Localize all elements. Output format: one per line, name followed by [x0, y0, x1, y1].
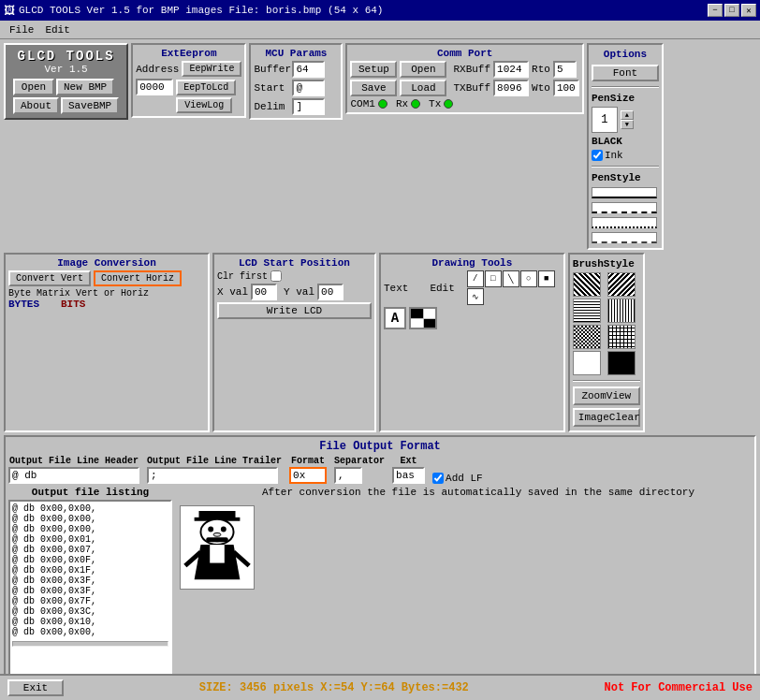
eep-write-button[interactable]: EepWrite — [182, 61, 241, 77]
buffer-input[interactable] — [292, 61, 325, 78]
list-item: @ db 0x00,0x00, — [12, 503, 168, 514]
pen-style-label: PenStyle — [592, 172, 659, 183]
svg-point-4 — [208, 527, 213, 532]
options-panel: Options Font PenSize 1 ▲ ▼ BLACK Ink Pen… — [587, 43, 664, 250]
title-bar: 🖼 GLCD TOOLS Ver 1.5 for BMP images File… — [0, 0, 760, 21]
bits-label: BITS — [61, 299, 85, 310]
start-input[interactable] — [292, 80, 325, 96]
lcd-start-panel: LCD Start Position Clr first X val Y val… — [212, 253, 376, 432]
pen-size-down[interactable]: ▼ — [621, 120, 634, 129]
save-bmp-button[interactable]: SaveBMP — [61, 97, 119, 114]
exit-button[interactable]: Exit — [7, 679, 64, 696]
maximize-button[interactable]: □ — [724, 4, 739, 17]
image-clear-button[interactable]: ImageClear — [573, 408, 640, 427]
glcd-buttons: Open New BMP About SaveBMP — [13, 79, 119, 114]
size-info: SIZE: 3456 pixels X:=54 Y:=64 Bytes:=432 — [199, 681, 469, 694]
draw-rect-icon[interactable]: □ — [485, 270, 502, 287]
save-button[interactable]: Save — [350, 80, 397, 96]
font-button[interactable]: Font — [592, 65, 659, 81]
convert-vert-button[interactable]: Convert Vert — [8, 270, 91, 286]
add-lf-label: Add LF — [446, 473, 483, 484]
list-item: @ db 0x00,0x00, — [12, 514, 168, 524]
draw-fill-icon[interactable]: ■ — [538, 270, 555, 287]
about-button[interactable]: About — [13, 97, 59, 114]
ink-checkbox-row: Ink — [592, 150, 659, 161]
svg-point-6 — [213, 532, 221, 536]
draw-circle-icon[interactable]: ○ — [520, 270, 537, 287]
pen-size-spinner: ▲ ▼ — [621, 110, 634, 129]
new-bmp-button[interactable]: New BMP — [56, 79, 114, 95]
text-label: Text — [384, 283, 408, 294]
draw-line-icon[interactable]: ╲ — [503, 270, 519, 287]
list-item: @ db 0x00,0x0F, — [12, 555, 168, 565]
convert-horiz-button[interactable]: Convert Horiz — [94, 270, 182, 286]
brush-hatch4[interactable] — [607, 299, 636, 323]
glcd-title: GLCD TOOLS — [18, 49, 115, 64]
minimize-button[interactable]: − — [708, 4, 723, 17]
ink-checkbox[interactable] — [592, 150, 603, 161]
ext-input[interactable] — [392, 467, 425, 484]
comm-port-title: Comm Port — [350, 48, 578, 59]
text-tool-display: A — [384, 307, 406, 329]
y-val-input[interactable] — [317, 284, 343, 300]
write-lcd-button[interactable]: Write LCD — [217, 302, 372, 319]
separator-group: Separator — [334, 456, 385, 484]
trailer-label: Output File Line Trailer — [147, 456, 282, 466]
pen-size-up[interactable]: ▲ — [621, 110, 634, 120]
delim-input[interactable] — [292, 98, 325, 115]
draw-curve-icon[interactable]: ∿ — [467, 288, 484, 305]
add-lf-checkbox[interactable] — [432, 473, 444, 484]
brush-diagcross[interactable] — [573, 325, 601, 349]
drawing-tools-panel: Drawing Tools Text Edit / □ ╲ ○ ■ ∿ A — [379, 253, 565, 432]
brush-cross[interactable] — [607, 325, 636, 349]
address-input[interactable] — [136, 79, 173, 95]
setup-button[interactable]: Setup — [350, 61, 397, 78]
separator-input[interactable] — [334, 467, 362, 484]
ext-eeprom-title: ExtEeprom — [136, 48, 241, 59]
list-item: @ db 0x00,0x10, — [12, 617, 168, 627]
format-input[interactable] — [289, 467, 327, 484]
zoom-view-button[interactable]: ZoomView — [573, 386, 640, 405]
pen-style-dashdot[interactable] — [592, 232, 657, 243]
rx-led — [411, 99, 420, 109]
rto-label: Rto — [532, 64, 550, 75]
menu-file[interactable]: File — [4, 23, 39, 36]
draw-pencil-icon[interactable]: / — [467, 270, 484, 287]
txbuff-input[interactable] — [493, 80, 529, 96]
x-val-input[interactable] — [251, 284, 277, 300]
file-output-panel: File Output Format Output File Line Head… — [4, 435, 756, 700]
brush-hatch1[interactable] — [573, 272, 601, 297]
pen-style-solid[interactable] — [592, 187, 657, 198]
address-label: Address — [136, 64, 179, 75]
load-button[interactable]: Load — [400, 80, 446, 96]
lcd-start-title: LCD Start Position — [217, 257, 372, 269]
pen-style-dash[interactable] — [592, 202, 657, 213]
edit-label: Edit — [430, 283, 454, 294]
trailer-input[interactable] — [147, 467, 278, 484]
brush-solid-black[interactable] — [607, 351, 636, 375]
wto-input[interactable] — [553, 80, 579, 96]
pen-style-dot[interactable] — [592, 217, 657, 228]
list-item: @ db 0x00,0x3F, — [12, 576, 168, 586]
comm-open-button[interactable]: Open — [400, 61, 446, 78]
brush-solid-white[interactable] — [573, 351, 601, 375]
list-item: @ db 0x00,0x01, — [12, 534, 168, 545]
brush-hatch3[interactable] — [573, 299, 601, 323]
list-item: @ db 0x00,0x00, — [12, 524, 168, 534]
eep-to-lcd-button[interactable]: EepToLcd — [176, 80, 236, 95]
clr-first-checkbox[interactable] — [270, 270, 282, 282]
svg-rect-8 — [210, 545, 225, 563]
close-button[interactable]: ✕ — [741, 4, 756, 17]
list-item: @ db 0x00,0x7F, — [12, 596, 168, 606]
brush-hatch2[interactable] — [607, 272, 636, 297]
pen-styles — [592, 186, 659, 244]
open-button[interactable]: Open — [13, 79, 54, 95]
menu-edit[interactable]: Edit — [39, 23, 75, 36]
output-bottom: Output file listing @ db 0x00,0x00,@ db … — [8, 487, 752, 700]
format-group: Format — [289, 456, 327, 484]
header-input[interactable] — [8, 467, 139, 484]
rto-input[interactable] — [553, 61, 577, 78]
view-log-button[interactable]: ViewLog — [176, 97, 232, 113]
menu-bar: File Edit — [0, 21, 760, 39]
rxbuff-input[interactable] — [493, 61, 529, 78]
